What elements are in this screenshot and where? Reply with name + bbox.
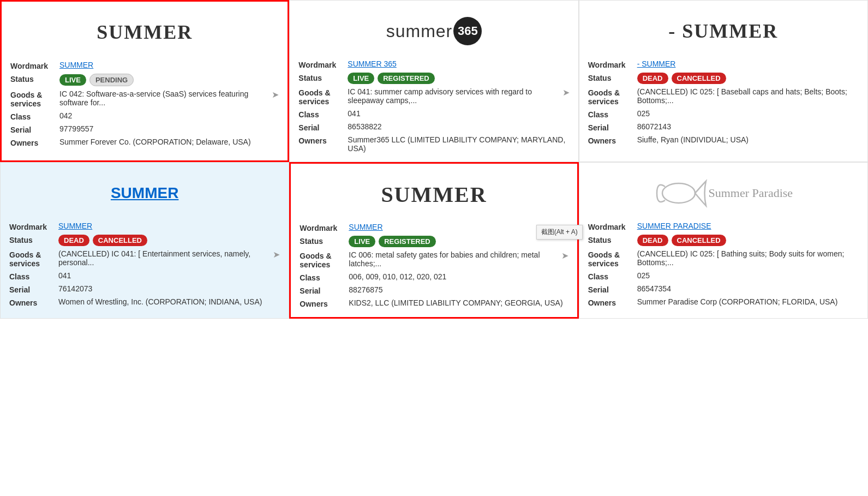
serial-label: Serial [588,284,637,294]
trademark-card-6: Summer Paradise Wordmark SUMMER PARADISE… [579,162,868,319]
status-badges: LIVEPENDING [59,74,279,86]
status-badge-registered: REGISTERED [378,73,435,84]
wordmark-link[interactable]: - SUMMER [637,59,676,68]
screenshot-tooltip: 截图(Alt + A) [536,225,583,240]
class-value: 041 [348,109,569,119]
card-fields: Wordmark SUMMER PARADISE Status DEADCANC… [588,222,859,307]
wordmark-value: SUMMER [58,222,280,231]
external-link-icon[interactable]: ➤ [562,87,570,98]
goods-services-label: Goods & services [588,249,637,268]
goods-services-value: IC 041: summer camp advisory services wi… [348,87,569,106]
status-label: Status [298,73,348,84]
trademark-card-3: - SUMMER Wordmark - SUMMER Status DEADCA… [579,0,868,162]
logo-word: summer [386,21,453,41]
wordmark-label: Wordmark [588,222,637,231]
card-fields: Wordmark SUMMER Status DEADCANCELLED Goo… [9,222,280,307]
class-value: 025 [637,271,859,281]
class-label: Class [300,272,349,282]
class-label: Class [588,271,637,281]
owners-value: Siuffe, Ryan (INDIVIDUAL; USA) [637,135,859,145]
trademark-card-4: SUMMER Wordmark SUMMER Status DEADCANCEL… [0,162,289,319]
status-badges: DEADCANCELLED [58,235,280,246]
card-logo: SUMMER [300,172,568,216]
wordmark-value: SUMMER [59,61,279,70]
status-badges: DEADCANCELLED [637,235,859,246]
status-badge-cancelled: CANCELLED [672,235,726,246]
status-badge-cancelled: CANCELLED [672,73,726,84]
card-fields: Wordmark SUMMER Status LIVEPENDING Goods… [10,61,279,147]
status-badges: DEADCANCELLED [637,73,859,84]
owners-label: Owners [588,297,637,307]
status-badge-dead: DEAD [58,235,89,246]
logo-circle: 365 [453,17,482,45]
trademark-grid: SUMMER Wordmark SUMMER Status LIVEPENDIN… [0,0,868,319]
card-logo: - SUMMER [588,9,859,53]
wordmark-value: SUMMER [349,223,568,232]
goods-services-text: (CANCELLED) IC 041: [ Entertainment serv… [58,249,268,267]
card-logo: Summer Paradise [588,171,859,215]
logo-link[interactable]: SUMMER [111,184,178,202]
serial-label: Serial [9,284,58,294]
card-logo: SUMMER [9,171,280,215]
svg-point-0 [662,183,695,203]
owners-value: Summer Paradise Corp (CORPORATION; FLORI… [637,297,859,307]
trademark-card-1: SUMMER Wordmark SUMMER Status LIVEPENDIN… [0,0,289,162]
goods-services-label: Goods & services [10,89,59,108]
goods-services-text: (CANCELLED) IC 025: [ Bathing suits; Bod… [637,249,859,267]
serial-label: Serial [588,122,637,132]
goods-services-value: (CANCELLED) IC 041: [ Entertainment serv… [58,249,280,268]
goods-services-value: IC 042: Software-as-a-service (SaaS) ser… [59,89,279,108]
status-badge-live: LIVE [59,74,86,86]
status-badges: LIVEREGISTERED [349,236,568,247]
wordmark-link[interactable]: SUMMER PARADISE [637,222,711,230]
card-fields: Wordmark SUMMER Status LIVEREGISTERED Go… [300,223,568,308]
card-logo: summer 365 [298,9,569,53]
trademark-card-2: summer 365 Wordmark SUMMER 365 Status LI… [289,0,578,162]
status-badges: LIVEREGISTERED [348,73,569,84]
goods-services-text: IC 006: metal safety gates for babies an… [349,250,556,268]
external-link-icon[interactable]: ➤ [273,249,280,260]
logo-text: SUMMER [381,182,487,207]
status-label: Status [10,74,59,86]
wordmark-label: Wordmark [300,223,349,232]
wordmark-label: Wordmark [10,61,59,70]
status-label: Status [588,73,637,84]
goods-services-text: IC 041: summer camp advisory services wi… [348,87,558,105]
class-label: Class [9,271,58,281]
serial-value: 97799557 [59,124,279,134]
goods-services-text: IC 042: Software-as-a-service (SaaS) ser… [59,89,267,107]
wordmark-link[interactable]: SUMMER 365 [348,59,396,68]
status-badge-registered: REGISTERED [379,236,436,247]
owners-value: Women of Wrestling, Inc. (CORPORATION; I… [58,297,280,307]
owners-label: Owners [300,298,349,308]
status-badge-pending: PENDING [89,74,134,86]
goods-services-label: Goods & services [298,87,348,106]
owners-label: Owners [10,138,59,147]
external-link-icon[interactable]: ➤ [272,89,279,100]
owners-value: Summer Forever Co. (CORPORATION; Delawar… [59,138,279,147]
class-value: 006, 009, 010, 012, 020, 021 [349,272,568,282]
owners-value: Summer365 LLC (LIMITED LIABILITY COMPANY… [348,135,569,153]
serial-value: 86072143 [637,122,859,132]
fish-icon [654,178,709,208]
owners-label: Owners [298,135,348,153]
wordmark-link[interactable]: SUMMER [58,222,92,230]
external-link-icon[interactable]: ➤ [561,250,568,261]
class-value: 041 [58,271,280,281]
card-fields: Wordmark - SUMMER Status DEADCANCELLED G… [588,59,859,145]
card-logo: SUMMER [10,10,279,54]
card-fields: Wordmark SUMMER 365 Status LIVEREGISTERE… [298,59,569,153]
owners-value: KIDS2, LLC (LIMITED LIABILITY COMPANY; G… [349,298,568,308]
wordmark-link[interactable]: SUMMER [349,223,382,231]
class-label: Class [10,111,59,121]
goods-services-value: IC 006: metal safety gates for babies an… [349,250,568,269]
logo-text: - SUMMER [668,20,778,43]
wordmark-label: Wordmark [298,59,348,69]
status-badge-dead: DEAD [637,73,668,84]
serial-label: Serial [10,124,59,134]
status-label: Status [300,236,349,247]
wordmark-link[interactable]: SUMMER [59,61,93,69]
goods-services-label: Goods & services [588,87,637,106]
serial-value: 86538822 [348,122,569,132]
status-label: Status [588,235,637,246]
